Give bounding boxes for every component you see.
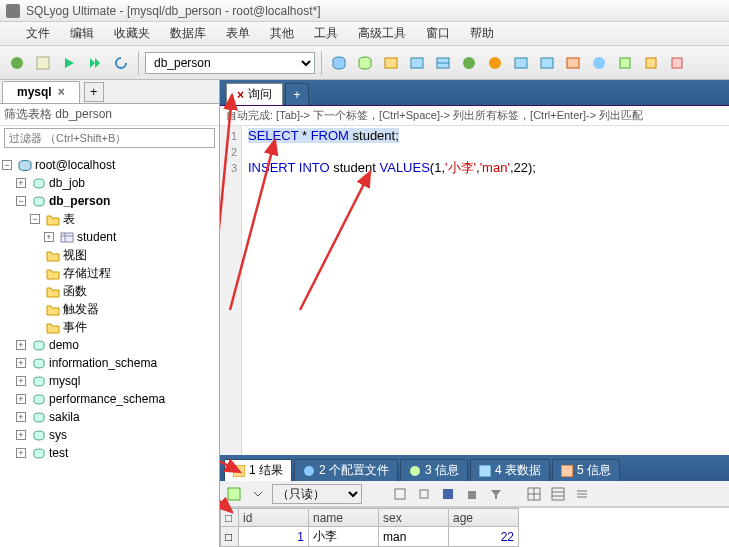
result-tab-3[interactable]: 3 信息 [400,459,468,481]
view-form-icon[interactable] [548,484,568,504]
menu-table[interactable]: 表单 [218,23,258,44]
tree-root[interactable]: root@localhost [35,158,115,172]
expand-icon[interactable]: + [16,430,26,440]
schema-tree[interactable]: −root@localhost +db_job −db_person −表 +s… [0,152,219,547]
menu-help[interactable]: 帮助 [462,23,502,44]
view-grid-icon[interactable] [524,484,544,504]
query-tab-1[interactable]: × 询问 [226,83,283,105]
main-toolbar: db_person [0,46,729,80]
view-text-icon[interactable] [572,484,592,504]
tree-views-folder[interactable]: 视图 [63,247,87,264]
result-tab-2[interactable]: 2 个配置文件 [294,459,398,481]
execute-icon[interactable] [58,52,80,74]
tree-db-perfschema[interactable]: performance_schema [49,392,165,406]
tree-db-sys[interactable]: sys [49,428,67,442]
col-sex[interactable]: sex [379,509,449,527]
cell-age[interactable]: 22 [449,527,519,547]
tb-icon-8[interactable] [510,52,532,74]
expand-icon[interactable]: + [44,232,54,242]
expand-icon[interactable]: + [16,376,26,386]
expand-icon[interactable]: + [16,178,26,188]
close-connection-icon[interactable]: × [58,85,65,99]
tb-icon-12[interactable] [614,52,636,74]
tb-icon-5[interactable] [432,52,454,74]
cell-name[interactable]: 小李 [309,527,379,547]
tree-table-student[interactable]: student [77,230,116,244]
tb-icon-2[interactable] [354,52,376,74]
code-area[interactable]: SELECT * FROM student; INSERT INTO stude… [242,126,542,455]
tree-db-mysql[interactable]: mysql [49,374,80,388]
sql-editor[interactable]: 123 SELECT * FROM student; INSERT INTO s… [220,126,729,455]
refresh-icon[interactable] [110,52,132,74]
tb-icon-14[interactable] [666,52,688,74]
expand-icon[interactable]: + [16,340,26,350]
tree-tables-folder[interactable]: 表 [63,211,75,228]
tb-icon-10[interactable] [562,52,584,74]
delete-icon[interactable] [462,484,482,504]
filter-icon[interactable] [486,484,506,504]
tb-icon-11[interactable] [588,52,610,74]
tree-funcs-folder[interactable]: 函数 [63,283,87,300]
cell-sex[interactable]: man [379,527,449,547]
filter-input[interactable] [4,128,215,148]
result-tab-1[interactable]: 1 结果 [224,459,292,481]
tree-db-test[interactable]: test [49,446,68,460]
result-tab-4[interactable]: 4 表数据 [470,459,550,481]
menu-tools[interactable]: 工具 [306,23,346,44]
add-connection-button[interactable]: + [84,82,104,102]
add-query-tab-button[interactable]: + [285,83,309,105]
menu-database[interactable]: 数据库 [162,23,214,44]
tree-db-demo[interactable]: demo [49,338,79,352]
result-tab-5[interactable]: 5 信息 [552,459,620,481]
expand-icon[interactable]: + [16,412,26,422]
connection-tab-mysql[interactable]: mysql × [2,81,80,103]
menu-favorites[interactable]: 收藏夹 [106,23,158,44]
export-icon[interactable] [390,484,410,504]
tb-icon-7[interactable] [484,52,506,74]
menu-file[interactable]: 文件 [18,23,58,44]
tree-db-job[interactable]: db_job [49,176,85,190]
tb-icon-1[interactable] [328,52,350,74]
expand-icon[interactable]: − [16,196,26,206]
tree-events-folder[interactable]: 事件 [63,319,87,336]
separator [321,51,322,75]
tab-close-icon[interactable]: × [237,88,244,102]
col-name[interactable]: name [309,509,379,527]
expand-icon[interactable]: + [16,448,26,458]
tb-icon-4[interactable] [406,52,428,74]
tb-icon-3[interactable] [380,52,402,74]
tree-db-person[interactable]: db_person [49,194,110,208]
col-id[interactable]: id [239,509,309,527]
table-row[interactable]: □ 1 小李 man 22 [221,527,519,547]
row-marker[interactable]: □ [221,527,239,547]
tree-procs-folder[interactable]: 存储过程 [63,265,111,282]
expand-icon[interactable]: + [16,358,26,368]
menu-powertools[interactable]: 高级工具 [350,23,414,44]
expand-icon[interactable]: + [16,394,26,404]
tree-triggers-folder[interactable]: 触发器 [63,301,99,318]
tb-icon-9[interactable] [536,52,558,74]
menu-edit[interactable]: 编辑 [62,23,102,44]
col-age[interactable]: age [449,509,519,527]
readonly-selector[interactable]: （只读） [272,484,362,504]
tb-icon-13[interactable] [640,52,662,74]
copy-icon[interactable] [414,484,434,504]
svg-rect-13 [515,58,527,68]
database-selector[interactable]: db_person [145,52,315,74]
save-icon[interactable] [438,484,458,504]
expand-icon[interactable]: − [30,214,40,224]
cell-id[interactable]: 1 [239,527,309,547]
tree-db-infoschema[interactable]: information_schema [49,356,157,370]
grid-dropdown-icon[interactable] [248,484,268,504]
new-connection-icon[interactable] [6,52,28,74]
expand-icon[interactable]: − [2,160,12,170]
new-query-icon[interactable] [32,52,54,74]
menu-window[interactable]: 窗口 [418,23,458,44]
execute-all-icon[interactable] [84,52,106,74]
tree-db-sakila[interactable]: sakila [49,410,80,424]
result-grid[interactable]: □ id name sex age □ 1 小李 man 22 [220,507,729,547]
menu-other[interactable]: 其他 [262,23,302,44]
svg-rect-23 [61,233,73,242]
grid-refresh-icon[interactable] [224,484,244,504]
tb-icon-6[interactable] [458,52,480,74]
